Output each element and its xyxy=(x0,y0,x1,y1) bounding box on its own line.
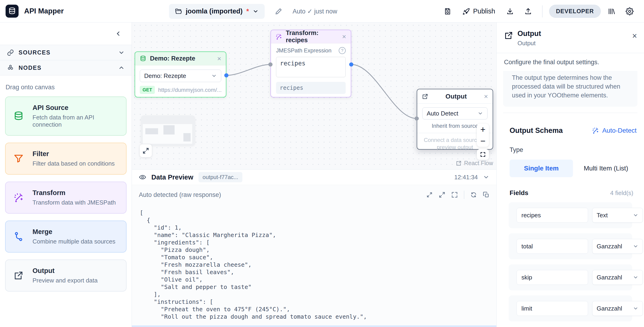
data-preview-panel: Data Preview output-f77ac... 12:41:34 Au… xyxy=(132,169,496,327)
nodes-section-label: NODES xyxy=(18,64,114,71)
panel-title: Output xyxy=(518,29,541,38)
copy-button[interactable] xyxy=(483,192,490,198)
close-icon[interactable]: × xyxy=(342,33,346,40)
field-type-select[interactable]: Ganzzahl xyxy=(592,270,643,285)
project-group: joomla (imported) * Auto ✓ just now xyxy=(169,0,337,22)
jmespath-expression-input[interactable] xyxy=(276,57,346,77)
horizontal-scrollbar[interactable] xyxy=(132,326,496,327)
palette-card-transform[interactable]: Transform Transform data with JMESPath xyxy=(5,182,126,214)
wand-icon xyxy=(592,127,599,134)
field-name-input[interactable] xyxy=(516,239,588,254)
output-type-info: The output type determines how the proce… xyxy=(503,71,638,107)
publish-button[interactable]: Publish xyxy=(458,4,499,19)
app-title: API Mapper xyxy=(24,7,64,15)
reactflow-icon xyxy=(456,160,462,166)
minimap-expand-button[interactable] xyxy=(140,144,152,157)
enlarge-button[interactable] xyxy=(439,192,445,198)
palette-card-api-source[interactable]: API Source Fetch data from an API connec… xyxy=(5,96,126,136)
data-preview-header: Data Preview output-f77ac... 12:41:34 xyxy=(132,170,496,185)
transform-input-handle[interactable] xyxy=(268,62,272,66)
node-header[interactable]: Output × xyxy=(417,89,493,104)
cubes-icon xyxy=(7,64,14,71)
node-transform[interactable]: Transform: recipes × JMESPath Expression… xyxy=(270,30,351,97)
output-input-handle[interactable] xyxy=(415,116,419,121)
node-header[interactable]: Transform: recipes × xyxy=(271,30,351,43)
field-type-select[interactable]: Ganzzahl xyxy=(592,239,643,254)
type-option-single[interactable]: Single Item xyxy=(510,160,573,177)
publish-label: Publish xyxy=(473,7,495,15)
project-selector[interactable]: joomla (imported) * xyxy=(169,4,265,19)
sidebar-section-nodes[interactable]: NODES xyxy=(0,60,132,75)
main-area: Demo: Rezepte × Demo: Rezepte GET http xyxy=(132,22,496,327)
wand-icon xyxy=(276,33,282,40)
maximize-icon xyxy=(451,192,458,198)
expression-label: JMESPath Expression xyxy=(276,47,332,54)
reactflow-attribution[interactable]: React Flow xyxy=(456,160,493,167)
sources-section-label: SOURCES xyxy=(18,49,114,56)
type-option-multi[interactable]: Multi Item (List) xyxy=(584,165,628,172)
library-button[interactable] xyxy=(604,4,619,19)
field-row: Ganzzahl xyxy=(509,296,632,322)
shrink-button[interactable] xyxy=(426,192,433,198)
brand: API Mapper xyxy=(0,5,64,18)
export-button[interactable] xyxy=(521,4,536,19)
source-output-handle[interactable] xyxy=(224,73,228,77)
minimap[interactable] xyxy=(141,115,195,146)
drag-hint: Drag onto canvas xyxy=(0,75,132,96)
funnel-icon xyxy=(14,154,24,164)
node-header[interactable]: Demo: Rezepte × xyxy=(135,52,226,65)
unsaved-indicator: * xyxy=(246,7,249,15)
pencil-icon xyxy=(275,8,282,15)
field-type-value: Text xyxy=(597,212,633,219)
field-type-select[interactable]: Ganzzahl xyxy=(592,301,643,316)
close-icon[interactable]: × xyxy=(217,55,221,62)
save-button[interactable] xyxy=(440,4,455,19)
fit-view-button[interactable] xyxy=(477,149,489,160)
field-name-input[interactable] xyxy=(516,301,588,316)
sidebar-collapse-button[interactable] xyxy=(112,28,124,39)
card-desc: Preview and export data xyxy=(32,277,98,284)
help-icon[interactable]: ? xyxy=(339,47,346,54)
chevron-left-icon xyxy=(115,30,122,37)
close-icon[interactable]: × xyxy=(484,93,488,100)
maximize-button[interactable] xyxy=(451,192,458,198)
node-title: Output xyxy=(432,93,480,100)
close-icon[interactable]: × xyxy=(632,32,637,40)
palette-card-output[interactable]: Output Preview and export data xyxy=(5,260,126,292)
refresh-button[interactable] xyxy=(470,192,477,198)
field-type-select[interactable]: Text xyxy=(592,208,643,223)
http-method-badge: GET xyxy=(140,86,155,94)
collapse-preview-button[interactable] xyxy=(483,174,490,180)
output-type-select[interactable]: Auto Detect xyxy=(422,107,488,119)
zoom-out-button[interactable]: − xyxy=(477,135,489,147)
palette-card-merge[interactable]: Merge Combine multiple data sources xyxy=(5,221,126,253)
json-preview[interactable]: [ { "id": 1, "name": "Classic Margherita… xyxy=(132,205,496,326)
chevron-down-icon xyxy=(483,174,490,180)
chevron-down-icon xyxy=(633,212,638,218)
minimap-viewport xyxy=(143,124,192,144)
panel-subtitle: Output xyxy=(518,40,541,47)
detection-mode-label: Auto detected (raw response) xyxy=(139,191,221,199)
schema-heading: Output Schema xyxy=(510,126,592,135)
zoom-in-button[interactable]: + xyxy=(477,124,489,135)
settings-button[interactable] xyxy=(622,4,637,19)
sidebar-section-sources[interactable]: SOURCES xyxy=(0,45,132,60)
minimap-node xyxy=(184,133,190,141)
node-api-source[interactable]: Demo: Rezepte × Demo: Rezepte GET http xyxy=(135,51,226,97)
minimap-node xyxy=(145,128,158,134)
rename-button[interactable] xyxy=(271,4,286,19)
left-sidebar: SOURCES NODES Drag onto canvas xyxy=(0,22,132,327)
field-type-value: Ganzzahl xyxy=(597,305,633,312)
card-title: API Source xyxy=(32,104,118,112)
flow-canvas[interactable]: Demo: Rezepte × Demo: Rezepte GET http xyxy=(132,22,496,169)
eye-icon xyxy=(139,173,146,181)
autosave-status: Auto ✓ just now xyxy=(292,8,337,15)
transform-output-handle[interactable] xyxy=(349,62,353,66)
auto-detect-button[interactable]: Auto-Detect xyxy=(592,127,636,134)
source-select[interactable]: Demo: Rezepte xyxy=(140,70,221,82)
field-name-input[interactable] xyxy=(516,270,588,285)
import-button[interactable] xyxy=(502,4,518,19)
gear-icon xyxy=(626,7,634,15)
field-name-input[interactable] xyxy=(516,208,588,223)
palette-card-filter[interactable]: Filter Filter data based on conditions xyxy=(5,143,126,175)
